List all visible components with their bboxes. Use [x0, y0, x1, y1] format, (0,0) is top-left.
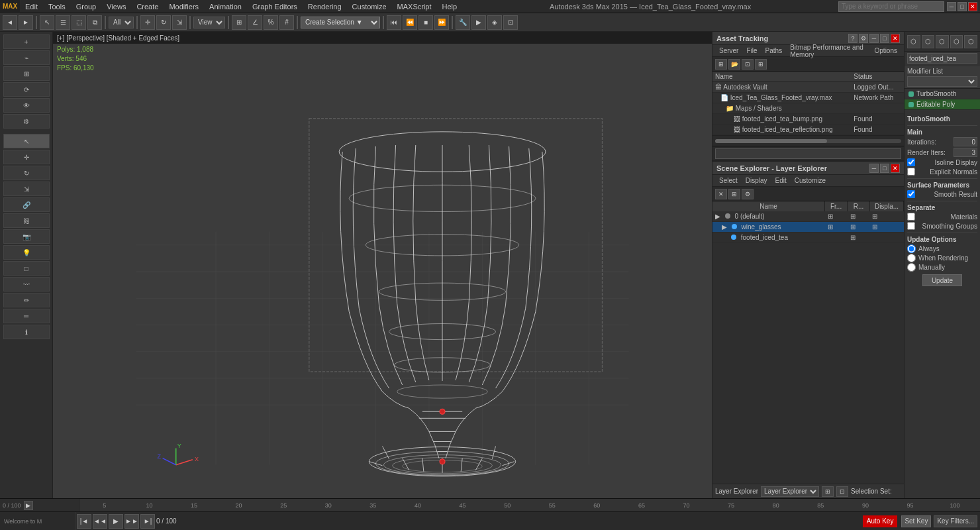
sidebar-info-icon[interactable]: ℹ: [3, 325, 50, 339]
menu-views[interactable]: Views: [101, 0, 131, 13]
ts-smooth-result-checkbox[interactable]: [907, 190, 915, 198]
at-btn-2[interactable]: 📂: [728, 59, 740, 70]
timeline-arrow[interactable]: ▶: [24, 501, 33, 510]
spinner-snap-button[interactable]: #: [279, 15, 294, 30]
render-frame-button[interactable]: ⊡: [503, 15, 518, 30]
se-delete-btn[interactable]: ✕: [715, 189, 727, 199]
select-region-button[interactable]: ⬚: [72, 15, 86, 30]
autokey-button[interactable]: Auto Key: [863, 515, 898, 527]
menu-edit[interactable]: Edit: [20, 0, 43, 13]
ts-radio-when-rendering[interactable]: When Rendering: [907, 254, 977, 262]
anim-end-button[interactable]: ►|: [140, 514, 155, 529]
asset-tracking-maximize[interactable]: □: [880, 34, 889, 43]
sidebar-link-icon[interactable]: 🔗: [3, 197, 50, 212]
ts-radio-always[interactable]: Always: [907, 244, 977, 253]
menu-animation[interactable]: Animation: [204, 0, 247, 13]
ts-isoline-checkbox[interactable]: [907, 158, 915, 166]
menu-create[interactable]: Create: [131, 0, 164, 13]
snap-toggle-button[interactable]: ⊞: [232, 15, 246, 30]
at-menu-file[interactable]: File: [742, 47, 761, 54]
ts-materials-checkbox[interactable]: [907, 213, 915, 221]
sidebar-utilities-icon[interactable]: ⚙: [3, 114, 50, 129]
se-btn-3[interactable]: ⚙: [742, 189, 754, 199]
sidebar-scale-icon[interactable]: ⇲: [3, 182, 50, 196]
material-editor-button[interactable]: ◈: [487, 15, 502, 30]
mod-icon-1[interactable]: ⬡: [907, 35, 920, 48]
at-menu-options[interactable]: Options: [871, 47, 901, 54]
sidebar-create-icon[interactable]: +: [3, 34, 50, 49]
sidebar-modify-icon[interactable]: ⌁: [3, 50, 50, 65]
object-name-input[interactable]: [907, 53, 977, 64]
select-move-button[interactable]: ✛: [140, 15, 155, 30]
redo-button[interactable]: ►: [19, 15, 33, 30]
menu-graph-editors[interactable]: Graph Editors: [247, 0, 303, 13]
table-row[interactable]: ▶ 0 (default) ⊞ ⊞ ⊞: [712, 211, 904, 222]
at-menu-paths[interactable]: Paths: [761, 47, 787, 54]
select-by-name-button[interactable]: ☰: [56, 15, 70, 30]
ts-radio-manually[interactable]: Manually: [907, 263, 977, 272]
asset-tracking-help[interactable]: ?: [848, 34, 858, 43]
se-menu-select[interactable]: Select: [715, 177, 742, 184]
select-object-button[interactable]: ↖: [40, 15, 54, 30]
close-button[interactable]: ✕: [968, 2, 977, 11]
at-btn-1[interactable]: ⊞: [715, 59, 727, 70]
ts-explicit-normals-checkbox[interactable]: [907, 168, 915, 176]
anim-next-button[interactable]: ►►: [124, 514, 139, 529]
create-selection-dropdown[interactable]: Create Selection ▼: [301, 17, 380, 28]
asset-tracking-settings[interactable]: ⚙: [859, 34, 868, 43]
minimize-button[interactable]: ─: [947, 2, 956, 11]
viewport[interactable]: [+] [Perspective] [Shaded + Edged Faces]…: [53, 32, 712, 498]
scale-button[interactable]: ⇲: [172, 15, 187, 30]
table-row[interactable]: footed_iced_tea ⊞: [712, 233, 904, 243]
stop-button[interactable]: ■: [418, 15, 433, 30]
sidebar-space-warp-icon[interactable]: 〰: [3, 277, 50, 292]
at-btn-4[interactable]: ⊞: [755, 59, 767, 70]
ts-radio-always-input[interactable]: [907, 244, 916, 253]
ts-iterations-input[interactable]: [954, 137, 977, 146]
view-mode-dropdown[interactable]: View: [193, 17, 225, 28]
at-search-input[interactable]: [715, 148, 901, 159]
se-menu-display[interactable]: Display: [742, 177, 771, 184]
ts-render-iters-input[interactable]: [954, 148, 977, 157]
play-button[interactable]: ⏮: [387, 15, 401, 30]
render-setup-button[interactable]: 🔧: [456, 15, 470, 30]
se-close[interactable]: ✕: [891, 164, 900, 173]
se-menu-edit[interactable]: Edit: [771, 177, 791, 184]
percent-snap-button[interactable]: %: [264, 15, 278, 30]
table-row[interactable]: 🏛 Autodesk Vault Logged Out...: [712, 82, 904, 93]
ts-update-button[interactable]: Update: [922, 274, 962, 286]
table-row[interactable]: ▶ wine_glasses ⊞ ⊞ ⊞: [712, 222, 904, 233]
set-key-button[interactable]: Set Key: [901, 515, 931, 527]
undo-button[interactable]: ◄: [3, 15, 17, 30]
sidebar-move-icon[interactable]: ✛: [3, 150, 50, 164]
menu-help[interactable]: Help: [437, 0, 463, 13]
se-minimize[interactable]: ─: [869, 164, 879, 173]
table-row[interactable]: 📄 Iced_Tea_Glass_Footed_vray.max Network…: [712, 93, 904, 103]
se-footer-btn2[interactable]: ⊡: [836, 486, 848, 497]
sidebar-light-icon[interactable]: 💡: [3, 245, 50, 260]
sidebar-hierarchy-icon[interactable]: ⊞: [3, 66, 50, 81]
next-frame-button[interactable]: ⏩: [434, 15, 449, 30]
modifier-list-dropdown[interactable]: [907, 76, 977, 87]
menu-tools[interactable]: Tools: [43, 0, 71, 13]
mod-icon-4[interactable]: ⬡: [950, 35, 963, 48]
ts-radio-manually-input[interactable]: [907, 263, 916, 272]
mod-icon-3[interactable]: ⬡: [936, 35, 949, 48]
at-menu-bitmap[interactable]: Bitmap Performance and Memory: [786, 44, 870, 58]
modifier-editable-poly[interactable]: Editable Poly: [905, 99, 980, 110]
sidebar-camera-icon[interactable]: 📷: [3, 229, 50, 244]
sidebar-select-icon[interactable]: ↖: [3, 134, 50, 148]
table-row[interactable]: 📁 Maps / Shaders: [712, 103, 904, 114]
render-button[interactable]: ▶: [471, 15, 486, 30]
table-row[interactable]: 🖼 footed_iced_tea_bump.png Found: [712, 114, 904, 125]
sidebar-display-icon[interactable]: 👁: [3, 98, 50, 113]
menu-maxscript[interactable]: MAXScript: [392, 0, 437, 13]
mod-icon-2[interactable]: ⬡: [922, 35, 935, 48]
prev-frame-button[interactable]: ⏪: [403, 15, 417, 30]
angle-snap-button[interactable]: ∠: [248, 15, 262, 30]
filter-dropdown[interactable]: All: [109, 17, 134, 28]
menu-group[interactable]: Group: [71, 0, 102, 13]
mod-icon-5[interactable]: ⬡: [964, 35, 977, 48]
se-menu-customize[interactable]: Customize: [791, 177, 830, 184]
se-maximize[interactable]: □: [880, 164, 889, 173]
